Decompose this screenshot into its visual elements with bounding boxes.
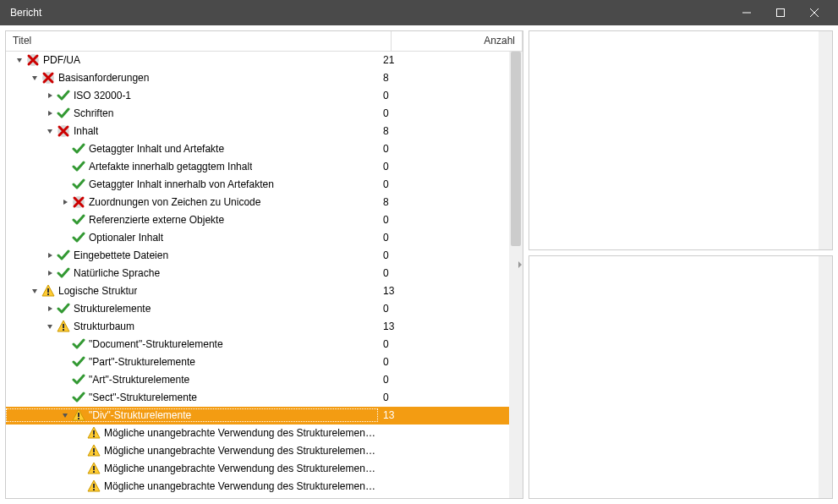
tree-item-count: 13 [378,320,509,332]
tree-item-label: Getaggter Inhalt innerhalb von Artefakte… [89,178,274,190]
tree-item-count: 8 [378,196,509,208]
tree-row[interactable]: Mögliche unangebrachte Verwendung des St… [6,425,509,442]
tree-row[interactable]: "Div"-Strukturelemente13 [6,407,509,425]
ok-icon [72,337,85,351]
detail-box-bottom [529,255,833,499]
tree-item-label: Natürliche Sprache [74,267,160,279]
collapse-toggle[interactable] [58,408,72,422]
tree-row[interactable]: Optionaler Inhalt0 [6,229,509,247]
tree-item-count: 0 [378,90,509,101]
tree-item-count: 0 [378,267,509,279]
tree-item-label: "Document"-Strukturelemente [89,338,223,350]
expand-toggle[interactable] [43,107,57,120]
warning-icon [41,284,55,298]
tree-item-label: Schriften [74,107,113,119]
ok-icon [72,355,85,369]
tree-row[interactable]: Natürliche Sprache0 [6,265,509,282]
minimize-button[interactable] [730,0,764,25]
tree-item-count: 0 [378,338,509,350]
scrollbar-thumb[interactable] [511,52,521,246]
tree-row[interactable]: Strukturelemente0 [6,300,509,318]
tree-item-label: Mögliche unangebrachte Verwendung des St… [104,480,378,492]
tree-row[interactable]: Eingebettete Dateien0 [6,247,509,265]
tree-item-count: 0 [378,161,509,173]
panel-expand-handle[interactable] [517,252,523,277]
column-header-title[interactable]: Titel [6,31,392,51]
tree-rows: PDF/UA21Basisanforderungen8ISO 32000-10S… [6,52,523,498]
svg-rect-1 [777,9,785,17]
tree-row[interactable]: "Sect"-Strukturelemente0 [6,389,509,407]
tree-row[interactable]: Artefakte innerhalb getaggtem Inhalt0 [6,158,509,176]
tree-item-label: Basisanforderungen [58,72,149,84]
window-title: Bericht [7,7,730,19]
tree-item-label: ISO 32000-1 [74,90,131,101]
tree-item-count: 0 [378,178,509,190]
tree-row[interactable]: "Document"-Strukturelemente0 [6,336,509,353]
collapse-toggle[interactable] [13,53,26,67]
collapse-toggle[interactable] [43,320,57,333]
tree-item-label: Mögliche unangebrachte Verwendung des St… [104,445,378,457]
tree-item-count: 8 [378,72,509,84]
tree-item-count: 0 [378,374,509,386]
table-header: Titel Anzahl [6,31,523,52]
detail-top-scrollbar[interactable] [819,31,832,249]
expand-toggle[interactable] [43,89,57,102]
tree-row[interactable]: Logische Struktur13 [6,282,509,300]
error-icon [57,124,70,138]
tree-item-label: Zuordnungen von Zeichen zu Unicode [89,196,260,208]
expand-toggle[interactable] [43,249,57,262]
tree-item-label: "Sect"-Strukturelemente [89,392,197,403]
tree-row[interactable]: "Part"-Strukturelemente0 [6,353,509,371]
tree-row[interactable]: "Art"-Strukturelemente0 [6,371,509,389]
tree-row[interactable]: Basisanforderungen8 [6,69,509,87]
tree-panel: Titel Anzahl PDF/UA21Basisanforderungen8… [5,30,523,499]
column-header-count[interactable]: Anzahl [392,31,523,51]
warning-icon [57,320,70,333]
tree-row[interactable]: Mögliche unangebrachte Verwendung des St… [6,460,509,478]
ok-icon [72,231,85,244]
collapse-toggle[interactable] [28,284,41,298]
tree-row[interactable]: PDF/UA21 [6,52,509,69]
tree-row[interactable]: Mögliche unangebrachte Verwendung des St… [6,442,509,460]
error-icon [26,53,40,67]
tree-row[interactable]: Zuordnungen von Zeichen zu Unicode8 [6,194,509,211]
tree-item-count: 13 [378,285,509,297]
close-button[interactable] [797,0,831,25]
tree-row[interactable]: Mögliche unangebrachte Verwendung des St… [6,478,509,496]
collapse-toggle[interactable] [28,71,41,85]
detail-bottom-scrollbar[interactable] [819,256,832,498]
tree-row[interactable]: ISO 32000-10 [6,87,509,105]
tree-row[interactable]: Getaggter Inhalt und Artefakte0 [6,140,509,158]
maximize-button[interactable] [764,0,797,25]
tree-item-count: 0 [378,107,509,119]
collapse-toggle[interactable] [43,124,57,138]
tree-item-label: Strukturbaum [74,320,134,332]
ok-icon [57,89,70,102]
ok-icon [57,266,70,280]
tree-item-count: 0 [378,249,509,261]
tree-item-label: "Div"-Strukturelemente [89,409,191,421]
expand-toggle[interactable] [43,302,57,315]
ok-icon [57,107,70,120]
tree-item-label: Referenzierte externe Objekte [89,214,224,226]
tree-row[interactable]: Schriften0 [6,105,509,123]
tree-row[interactable]: Inhalt8 [6,123,509,140]
tree-row[interactable]: Strukturbaum13 [6,318,509,336]
ok-icon [72,142,85,156]
ok-icon [57,249,70,262]
tree-item-label: Artefakte innerhalb getaggtem Inhalt [89,161,252,173]
tree-item-label: PDF/UA [43,54,80,66]
warning-icon [87,426,101,440]
tree-row[interactable]: Referenzierte externe Objekte0 [6,211,509,229]
tree-item-label: Eingebettete Dateien [74,249,168,261]
tree-row[interactable]: Getaggter Inhalt innerhalb von Artefakte… [6,176,509,194]
tree-item-label: Optionaler Inhalt [89,232,163,244]
tree-item-count: 8 [378,125,509,137]
expand-toggle[interactable] [43,266,57,280]
ok-icon [72,160,85,173]
warning-icon [87,462,101,475]
warning-icon [87,479,101,493]
expand-toggle[interactable] [58,195,72,209]
ok-icon [57,302,70,315]
warning-icon [72,408,85,422]
